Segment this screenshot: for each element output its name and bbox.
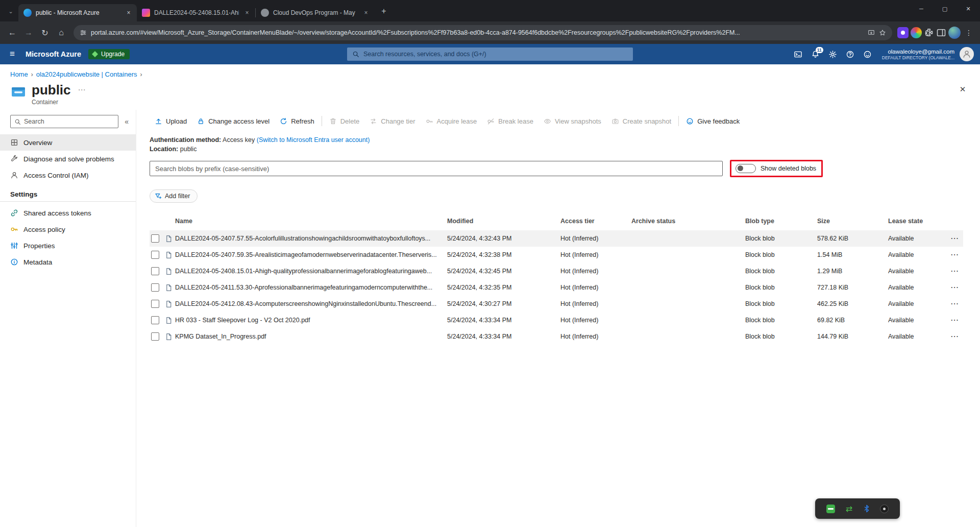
sidebar-item-diagnose[interactable]: Diagnose and solve problems [0, 151, 136, 167]
global-search-input[interactable] [363, 51, 628, 58]
sidebar-item-overview[interactable]: Overview [0, 134, 136, 151]
add-filter-button[interactable]: Add filter [150, 189, 198, 203]
portal-menu-icon[interactable]: ≡ [6, 49, 18, 59]
row-checkbox[interactable] [151, 267, 159, 275]
upgrade-button[interactable]: Upgrade [88, 49, 130, 59]
row-checkbox[interactable] [151, 332, 159, 341]
install-app-icon[interactable] [868, 29, 875, 36]
show-deleted-blobs-toggle[interactable] [736, 164, 756, 173]
extension-icon-2[interactable] [911, 27, 922, 38]
close-window-button[interactable]: ✕ [957, 0, 980, 17]
sidebar-search-input[interactable] [24, 118, 114, 125]
column-header-blob-type[interactable]: Blob type [745, 218, 817, 225]
browser-profile-avatar[interactable] [948, 27, 961, 39]
tab-close-icon[interactable]: × [243, 9, 251, 17]
tab-close-icon[interactable]: × [125, 9, 133, 17]
row-checkbox[interactable] [151, 251, 159, 259]
sidebar-item-access-control[interactable]: Access Control (IAM) [0, 167, 136, 183]
title-more-icon[interactable]: ⋯ [78, 85, 86, 94]
blob-prefix-search-input[interactable] [150, 161, 723, 176]
row-checkbox[interactable] [151, 234, 159, 243]
row-menu-button[interactable]: ⋯ [950, 318, 959, 323]
row-menu-button[interactable]: ⋯ [950, 269, 959, 274]
row-menu-button[interactable]: ⋯ [950, 285, 959, 290]
cloud-shell-icon[interactable] [790, 46, 806, 62]
column-header-modified[interactable]: Modified [447, 218, 560, 225]
blade-close-icon[interactable]: ✕ [955, 82, 970, 97]
table-row[interactable]: HR 033 - Staff Sleepover Log - V2 Oct 20… [150, 312, 963, 328]
app-icon[interactable] [879, 504, 889, 514]
row-menu-button[interactable]: ⋯ [950, 301, 959, 306]
row-checkbox[interactable] [151, 316, 159, 324]
notifications-bell-icon[interactable]: 11 [807, 46, 824, 62]
cell-name[interactable]: HR 033 - Staff Sleepover Log - V2 Oct 20… [175, 317, 447, 324]
table-row[interactable]: DALLE2024-05-2407.59.35-Arealisticimageo… [150, 247, 963, 263]
row-menu-button[interactable]: ⋯ [950, 252, 959, 257]
break-lease-button[interactable]: Break lease [482, 112, 538, 130]
sidebar-item-metadata[interactable]: Metadata [0, 254, 136, 270]
cell-name[interactable]: KPMG Dataset_In_Progress.pdf [175, 333, 447, 340]
row-menu-button[interactable]: ⋯ [950, 334, 959, 339]
tab-search-button[interactable]: ⌄ [4, 5, 17, 18]
row-checkbox[interactable] [151, 300, 159, 308]
extensions-puzzle-icon[interactable] [924, 28, 934, 38]
forward-button[interactable]: → [21, 26, 36, 40]
sidebar-search[interactable] [10, 115, 118, 128]
home-button[interactable]: ⌂ [54, 26, 68, 40]
row-checkbox[interactable] [151, 283, 159, 292]
browser-tab-3[interactable]: Cloud DevOps Program - May × [256, 4, 374, 21]
back-button[interactable]: ← [5, 26, 19, 40]
feedback-icon[interactable] [860, 46, 876, 62]
table-row[interactable]: DALLE2024-05-2411.53.30-Aprofessionalban… [150, 279, 963, 296]
cell-name[interactable]: DALLE2024-05-2407.57.55-Acolorfulillustr… [175, 235, 447, 242]
sidebar-item-properties[interactable]: Properties [0, 237, 136, 254]
bluetooth-icon[interactable] [863, 504, 871, 513]
browser-tab-2[interactable]: DALLE2024-05-2408.15.01-Ahig... × [137, 4, 255, 21]
table-row[interactable]: KPMG Dataset_In_Progress.pdf 5/24/2024, … [150, 328, 963, 345]
switch-auth-link[interactable]: (Switch to Microsoft Entra user account) [257, 136, 370, 143]
minimize-button[interactable]: ─ [910, 0, 933, 17]
cell-name[interactable]: DALLE2024-05-2407.59.35-Arealisticimageo… [175, 251, 447, 258]
table-row[interactable]: DALLE2024-05-2407.57.55-Acolorfulillustr… [150, 230, 963, 247]
site-info-icon[interactable] [80, 29, 87, 36]
create-snapshot-button[interactable]: Create snapshot [606, 112, 676, 130]
cell-name[interactable]: DALLE2024-05-2408.15.01-Ahigh-qualitypro… [175, 268, 447, 275]
side-panel-icon[interactable] [936, 28, 946, 38]
account-info[interactable]: olawaleoloye@gmail.com DEFAULT DIRECTORY… [882, 48, 954, 61]
refresh-button[interactable]: Refresh [275, 112, 320, 130]
delete-button[interactable]: Delete [324, 112, 365, 130]
browser-tab-active[interactable]: public - Microsoft Azure × [18, 4, 137, 21]
upload-button[interactable]: Upload [150, 112, 192, 130]
column-header-lease-state[interactable]: Lease state [888, 218, 946, 225]
breadcrumb-containers[interactable]: ola2024publicwebsite | Containers [36, 70, 137, 78]
sidebar-item-shared-access-tokens[interactable]: Shared access tokens [0, 205, 136, 221]
view-snapshots-button[interactable]: View snapshots [538, 112, 606, 130]
acquire-lease-button[interactable]: Acquire lease [421, 112, 482, 130]
global-search[interactable] [347, 47, 633, 61]
sidebar-item-access-policy[interactable]: Access policy [0, 221, 136, 237]
new-tab-button[interactable]: + [377, 5, 390, 18]
breadcrumb-home[interactable]: Home [10, 70, 28, 78]
address-bar[interactable]: portal.azure.com/#view/Microsoft_Azure_S… [74, 25, 892, 40]
cell-name[interactable]: DALLE2024-05-2411.53.30-Aprofessionalban… [175, 284, 447, 291]
settings-gear-icon[interactable] [825, 46, 841, 62]
column-header-size[interactable]: Size [817, 218, 888, 225]
restore-button[interactable]: ▢ [933, 0, 957, 17]
drive-icon[interactable] [826, 504, 836, 514]
reload-button[interactable]: ↻ [38, 26, 52, 40]
sidebar-collapse-icon[interactable]: « [122, 116, 131, 127]
row-menu-button[interactable]: ⋯ [950, 236, 959, 241]
change-tier-button[interactable]: Change tier [364, 112, 420, 130]
column-header-name[interactable]: Name [175, 218, 447, 225]
account-avatar[interactable] [960, 47, 974, 61]
table-row[interactable]: DALLE2024-05-2412.08.43-Acomputerscreens… [150, 296, 963, 312]
column-header-archive-status[interactable]: Archive status [631, 218, 745, 225]
tab-close-icon[interactable]: × [362, 9, 370, 17]
give-feedback-button[interactable]: Give feedback [681, 112, 745, 130]
azure-brand[interactable]: Microsoft Azure [26, 50, 81, 58]
column-header-access-tier[interactable]: Access tier [560, 218, 631, 225]
sync-icon[interactable]: ⇄ [844, 504, 854, 514]
cell-name[interactable]: DALLE2024-05-2412.08.43-Acomputerscreens… [175, 300, 447, 307]
bookmark-star-icon[interactable] [879, 29, 886, 36]
table-row[interactable]: DALLE2024-05-2408.15.01-Ahigh-qualitypro… [150, 263, 963, 279]
